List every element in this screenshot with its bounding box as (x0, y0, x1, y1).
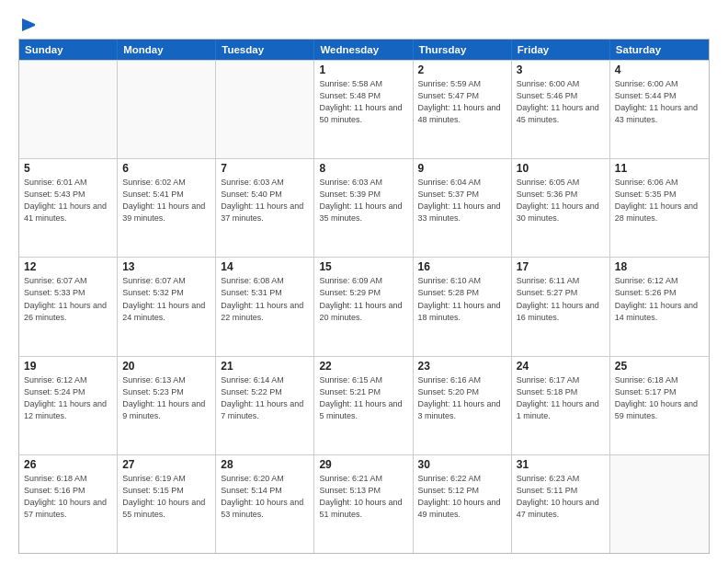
day-number: 18 (615, 260, 704, 273)
cal-row-4: 26Sunrise: 6:18 AM Sunset: 5:16 PM Dayli… (19, 454, 709, 553)
cal-cell-day-28: 28Sunrise: 6:20 AM Sunset: 5:14 PM Dayli… (216, 455, 314, 553)
page: SundayMondayTuesdayWednesdayThursdayFrid… (0, 0, 728, 563)
day-number: 28 (221, 458, 309, 471)
weekday-header-saturday: Saturday (610, 40, 709, 60)
day-info: Sunrise: 6:07 AM Sunset: 5:32 PM Dayligh… (122, 275, 210, 323)
cal-cell-day-15: 15Sunrise: 6:09 AM Sunset: 5:29 PM Dayli… (314, 258, 413, 355)
day-info: Sunrise: 6:16 AM Sunset: 5:20 PM Dayligh… (418, 374, 506, 422)
day-info: Sunrise: 6:12 AM Sunset: 5:24 PM Dayligh… (24, 374, 112, 422)
day-number: 23 (418, 360, 506, 373)
cal-cell-empty-0-0 (19, 61, 118, 158)
day-info: Sunrise: 6:04 AM Sunset: 5:37 PM Dayligh… (418, 177, 506, 224)
cal-cell-day-22: 22Sunrise: 6:15 AM Sunset: 5:21 PM Dayli… (314, 357, 413, 454)
cal-cell-day-30: 30Sunrise: 6:22 AM Sunset: 5:12 PM Dayli… (414, 455, 512, 553)
day-number: 5 (24, 162, 112, 175)
header (18, 17, 710, 29)
day-number: 8 (319, 162, 407, 175)
day-info: Sunrise: 6:00 AM Sunset: 5:46 PM Dayligh… (517, 78, 605, 126)
day-info: Sunrise: 6:23 AM Sunset: 5:11 PM Dayligh… (517, 473, 605, 521)
cal-cell-day-25: 25Sunrise: 6:18 AM Sunset: 5:17 PM Dayli… (610, 357, 709, 454)
logo (18, 17, 37, 29)
cal-cell-day-26: 26Sunrise: 6:18 AM Sunset: 5:16 PM Dayli… (19, 455, 118, 553)
day-info: Sunrise: 6:21 AM Sunset: 5:13 PM Dayligh… (319, 473, 407, 521)
cal-cell-day-9: 9Sunrise: 6:04 AM Sunset: 5:37 PM Daylig… (414, 159, 512, 257)
cal-cell-day-6: 6Sunrise: 6:02 AM Sunset: 5:41 PM Daylig… (118, 159, 216, 257)
day-number: 21 (221, 360, 309, 373)
day-number: 24 (517, 360, 605, 373)
day-info: Sunrise: 6:17 AM Sunset: 5:18 PM Dayligh… (517, 374, 605, 422)
cal-cell-day-7: 7Sunrise: 6:03 AM Sunset: 5:40 PM Daylig… (216, 159, 314, 257)
cal-cell-day-1: 1Sunrise: 5:58 AM Sunset: 5:48 PM Daylig… (314, 61, 413, 158)
cal-row-3: 19Sunrise: 6:12 AM Sunset: 5:24 PM Dayli… (19, 356, 709, 454)
day-number: 6 (122, 162, 210, 175)
cal-cell-empty-4-6 (610, 455, 709, 553)
cal-cell-day-13: 13Sunrise: 6:07 AM Sunset: 5:32 PM Dayli… (118, 258, 216, 355)
day-info: Sunrise: 6:18 AM Sunset: 5:16 PM Dayligh… (24, 473, 112, 521)
cal-cell-day-29: 29Sunrise: 6:21 AM Sunset: 5:13 PM Dayli… (314, 455, 413, 553)
day-info: Sunrise: 6:20 AM Sunset: 5:14 PM Dayligh… (221, 473, 309, 521)
day-number: 27 (122, 458, 210, 471)
cal-cell-day-31: 31Sunrise: 6:23 AM Sunset: 5:11 PM Dayli… (512, 455, 610, 553)
weekday-header-sunday: Sunday (19, 40, 118, 60)
day-number: 2 (418, 63, 506, 76)
day-info: Sunrise: 6:01 AM Sunset: 5:43 PM Dayligh… (24, 177, 112, 224)
day-info: Sunrise: 6:10 AM Sunset: 5:28 PM Dayligh… (418, 275, 506, 323)
day-number: 4 (615, 63, 704, 76)
cal-cell-day-17: 17Sunrise: 6:11 AM Sunset: 5:27 PM Dayli… (512, 258, 610, 355)
day-info: Sunrise: 6:11 AM Sunset: 5:27 PM Dayligh… (517, 275, 605, 323)
day-info: Sunrise: 6:03 AM Sunset: 5:39 PM Dayligh… (319, 177, 407, 224)
calendar-body: 1Sunrise: 5:58 AM Sunset: 5:48 PM Daylig… (19, 60, 709, 553)
day-number: 3 (517, 63, 605, 76)
cal-cell-day-16: 16Sunrise: 6:10 AM Sunset: 5:28 PM Dayli… (414, 258, 512, 355)
day-number: 17 (517, 260, 605, 273)
weekday-header-thursday: Thursday (414, 40, 512, 60)
day-number: 13 (122, 260, 210, 273)
day-number: 30 (418, 458, 506, 471)
day-info: Sunrise: 6:15 AM Sunset: 5:21 PM Dayligh… (319, 374, 407, 422)
cal-cell-day-10: 10Sunrise: 6:05 AM Sunset: 5:36 PM Dayli… (512, 159, 610, 257)
cal-cell-day-20: 20Sunrise: 6:13 AM Sunset: 5:23 PM Dayli… (118, 357, 216, 454)
cal-cell-day-8: 8Sunrise: 6:03 AM Sunset: 5:39 PM Daylig… (314, 159, 413, 257)
day-info: Sunrise: 5:58 AM Sunset: 5:48 PM Dayligh… (319, 78, 407, 126)
cal-cell-day-3: 3Sunrise: 6:00 AM Sunset: 5:46 PM Daylig… (512, 61, 610, 158)
day-number: 7 (221, 162, 309, 175)
day-info: Sunrise: 6:03 AM Sunset: 5:40 PM Dayligh… (221, 177, 309, 224)
day-number: 1 (319, 63, 407, 76)
day-number: 26 (24, 458, 112, 471)
day-info: Sunrise: 6:13 AM Sunset: 5:23 PM Dayligh… (122, 374, 210, 422)
logo-icon (20, 17, 37, 33)
calendar-header: SundayMondayTuesdayWednesdayThursdayFrid… (19, 40, 709, 60)
day-number: 11 (615, 162, 704, 175)
weekday-header-wednesday: Wednesday (314, 40, 413, 60)
cal-cell-day-14: 14Sunrise: 6:08 AM Sunset: 5:31 PM Dayli… (216, 258, 314, 355)
day-number: 15 (319, 260, 407, 273)
day-number: 20 (122, 360, 210, 373)
day-info: Sunrise: 6:05 AM Sunset: 5:36 PM Dayligh… (517, 177, 605, 224)
day-number: 14 (221, 260, 309, 273)
day-number: 31 (517, 458, 605, 471)
cal-cell-day-2: 2Sunrise: 5:59 AM Sunset: 5:47 PM Daylig… (414, 61, 512, 158)
cal-cell-day-18: 18Sunrise: 6:12 AM Sunset: 5:26 PM Dayli… (610, 258, 709, 355)
day-info: Sunrise: 6:19 AM Sunset: 5:15 PM Dayligh… (122, 473, 210, 521)
day-number: 10 (517, 162, 605, 175)
cal-row-2: 12Sunrise: 6:07 AM Sunset: 5:33 PM Dayli… (19, 257, 709, 355)
day-number: 9 (418, 162, 506, 175)
day-info: Sunrise: 6:00 AM Sunset: 5:44 PM Dayligh… (615, 78, 704, 126)
cal-cell-day-4: 4Sunrise: 6:00 AM Sunset: 5:44 PM Daylig… (610, 61, 709, 158)
cal-row-0: 1Sunrise: 5:58 AM Sunset: 5:48 PM Daylig… (19, 60, 709, 158)
cal-cell-day-21: 21Sunrise: 6:14 AM Sunset: 5:22 PM Dayli… (216, 357, 314, 454)
day-info: Sunrise: 6:08 AM Sunset: 5:31 PM Dayligh… (221, 275, 309, 323)
weekday-header-friday: Friday (512, 40, 610, 60)
cal-row-1: 5Sunrise: 6:01 AM Sunset: 5:43 PM Daylig… (19, 158, 709, 257)
day-info: Sunrise: 6:09 AM Sunset: 5:29 PM Dayligh… (319, 275, 407, 323)
day-number: 16 (418, 260, 506, 273)
day-info: Sunrise: 6:07 AM Sunset: 5:33 PM Dayligh… (24, 275, 112, 323)
day-info: Sunrise: 5:59 AM Sunset: 5:47 PM Dayligh… (418, 78, 506, 126)
cal-cell-day-23: 23Sunrise: 6:16 AM Sunset: 5:20 PM Dayli… (414, 357, 512, 454)
day-number: 29 (319, 458, 407, 471)
cal-cell-day-24: 24Sunrise: 6:17 AM Sunset: 5:18 PM Dayli… (512, 357, 610, 454)
calendar: SundayMondayTuesdayWednesdayThursdayFrid… (18, 39, 710, 554)
cal-cell-day-27: 27Sunrise: 6:19 AM Sunset: 5:15 PM Dayli… (118, 455, 216, 553)
cal-cell-day-5: 5Sunrise: 6:01 AM Sunset: 5:43 PM Daylig… (19, 159, 118, 257)
weekday-header-tuesday: Tuesday (216, 40, 314, 60)
